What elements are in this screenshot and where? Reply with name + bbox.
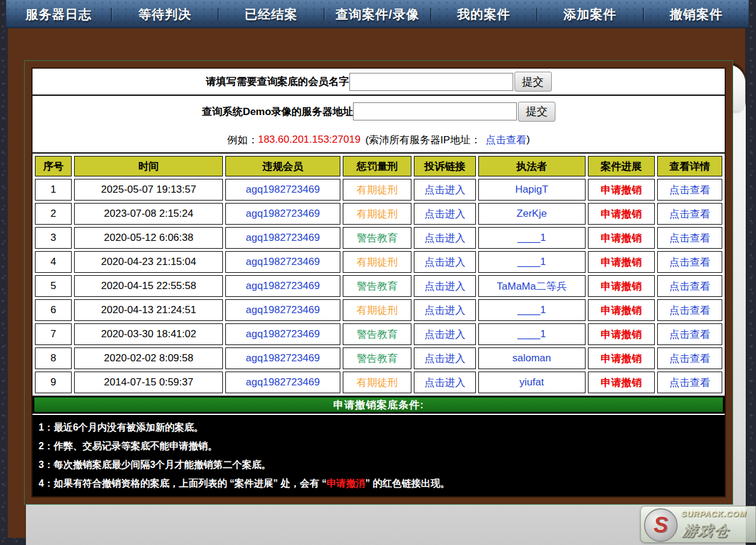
- enforcer-link[interactable]: HapigT: [515, 184, 548, 195]
- view-server-ips-link[interactable]: 点击查看: [486, 133, 526, 147]
- member-link[interactable]: agq1982723469: [246, 328, 320, 340]
- complaint-link[interactable]: 点击进入: [424, 377, 465, 388]
- enforcer-link[interactable]: ____1: [517, 328, 546, 340]
- demo-address-input[interactable]: [353, 102, 517, 120]
- enforcer-link[interactable]: saloman: [513, 352, 551, 364]
- nav-awaiting-judgement[interactable]: 等待判决: [112, 6, 217, 23]
- complaint-link[interactable]: 点击进入: [424, 329, 465, 340]
- member-name-submit-button[interactable]: 提交: [514, 72, 552, 92]
- enforcer-link[interactable]: yiufat: [519, 376, 544, 388]
- case-time: 2020-05-12 6:06:38: [74, 227, 223, 249]
- apply-revoke-link[interactable]: 申请撤销: [601, 281, 642, 292]
- member-link[interactable]: agq1982723469: [246, 184, 320, 195]
- condition-1: 1：最近6个月内没有被添加新的案底。: [39, 418, 719, 437]
- site-watermark: S SURPACK.COM 游戏仓: [637, 503, 756, 545]
- demo-query-section: 查询系统Demo录像的服务器地址 提交 例如： 183.60.201.153:2…: [33, 96, 725, 154]
- penalty-label: 有期徒刑: [357, 257, 398, 268]
- complaint-link[interactable]: 点击进入: [424, 208, 465, 220]
- table-row: 3 2020-05-12 6:06:38 agq1982723469 警告教育 …: [35, 227, 722, 249]
- view-detail-link[interactable]: 点击查看: [669, 377, 710, 388]
- case-records-table: 序号 时间 违规会员 惩罚量刑 投诉链接 执法者 案件进展 查看详情 1 202…: [33, 154, 725, 396]
- demo-address-label: 查询系统Demo录像的服务器地址: [202, 105, 353, 119]
- complaint-link[interactable]: 点击进入: [424, 232, 465, 244]
- view-detail-link[interactable]: 点击查看: [669, 281, 710, 292]
- case-time: 2020-03-30 18:41:02: [74, 323, 223, 345]
- nav-add-case[interactable]: 添加案件: [537, 6, 642, 23]
- case-time: 2020-04-15 22:55:58: [74, 275, 223, 297]
- member-name-query-row: 请填写需要查询案底的会员名字 提交: [33, 69, 725, 96]
- watermark-site-text: SURPACK.COM: [681, 509, 746, 519]
- header-detail: 查看详情: [657, 156, 722, 176]
- member-link[interactable]: agq1982723469: [246, 304, 320, 316]
- revoke-conditions-list: 1：最近6个月内没有被添加新的案底。 2：作弊、交易记录等案底不能申请撤销。 3…: [33, 415, 725, 496]
- header-time: 时间: [74, 156, 223, 176]
- penalty-label: 有期徒刑: [357, 377, 398, 388]
- watermark-s-logo-icon: S: [644, 508, 678, 542]
- view-detail-link[interactable]: 点击查看: [669, 353, 710, 364]
- demo-address-submit-button[interactable]: 提交: [518, 102, 555, 122]
- nav-server-log[interactable]: 服务器日志: [6, 6, 111, 23]
- member-link[interactable]: agq1982723469: [246, 232, 320, 243]
- table-row: 2 2023-07-08 2:15:24 agq1982723469 有期徒刑 …: [35, 203, 722, 225]
- apply-revoke-link[interactable]: 申请撤销: [601, 377, 642, 388]
- apply-revoke-link[interactable]: 申请撤销: [601, 208, 642, 220]
- complaint-link[interactable]: 点击进入: [424, 184, 465, 196]
- case-index: 5: [35, 275, 72, 297]
- enforcer-link[interactable]: ____1: [517, 256, 546, 267]
- enforcer-link[interactable]: TaMaMa二等兵: [497, 281, 567, 292]
- member-name-label: 请填写需要查询案底的会员名字: [206, 75, 349, 89]
- view-detail-link[interactable]: 点击查看: [669, 232, 710, 244]
- view-detail-link[interactable]: 点击查看: [669, 208, 710, 220]
- penalty-label: 警告教育: [357, 353, 398, 364]
- case-index: 1: [35, 179, 72, 201]
- complaint-link[interactable]: 点击进入: [424, 257, 465, 268]
- table-row: 7 2020-03-30 18:41:02 agq1982723469 警告教育…: [35, 323, 722, 345]
- nav-my-cases[interactable]: 我的案件: [431, 6, 536, 23]
- apply-revoke-link[interactable]: 申请撤销: [601, 257, 642, 268]
- revoke-conditions-bar: 申请撤销案底条件:: [33, 396, 725, 414]
- case-index: 2: [35, 203, 72, 225]
- table-header-row: 序号 时间 违规会员 惩罚量刑 投诉链接 执法者 案件进展 查看详情: [35, 156, 722, 176]
- header-index: 序号: [35, 156, 72, 176]
- view-detail-link[interactable]: 点击查看: [669, 257, 710, 268]
- top-navbar: 服务器日志 等待判决 已经结案 查询案件/录像 我的案件 添加案件 撤销案件: [6, 0, 749, 28]
- condition-2: 2：作弊、交易记录等案底不能申请撤销。: [39, 437, 719, 455]
- case-time: 2020-04-13 21:24:51: [74, 299, 223, 321]
- complaint-link[interactable]: 点击进入: [424, 305, 465, 316]
- enforcer-link[interactable]: ZerKje: [517, 208, 547, 219]
- nav-closed-cases[interactable]: 已经结案: [219, 6, 323, 23]
- enforcer-link[interactable]: ____1: [517, 304, 546, 316]
- case-index: 4: [35, 251, 72, 273]
- penalty-label: 警告教育: [357, 281, 398, 292]
- view-detail-link[interactable]: 点击查看: [669, 305, 710, 316]
- member-link[interactable]: agq1982723469: [246, 256, 320, 267]
- member-link[interactable]: agq1982723469: [246, 352, 320, 364]
- apply-revoke-link[interactable]: 申请撤销: [601, 329, 642, 340]
- view-detail-link[interactable]: 点击查看: [669, 329, 710, 340]
- member-link[interactable]: agq1982723469: [246, 376, 320, 388]
- header-enforcer: 执法者: [478, 156, 586, 176]
- member-name-input[interactable]: [349, 73, 513, 91]
- enforcer-link[interactable]: ____1: [517, 232, 546, 243]
- complaint-link[interactable]: 点击进入: [424, 353, 465, 364]
- member-link[interactable]: agq1982723469: [246, 208, 320, 219]
- complaint-link[interactable]: 点击进入: [424, 281, 465, 292]
- apply-revoke-link[interactable]: 申请撤销: [601, 353, 642, 364]
- member-link[interactable]: agq1982723469: [246, 280, 320, 291]
- penalty-label: 有期徒刑: [357, 305, 398, 316]
- case-time: 2025-05-07 19:13:57: [74, 179, 223, 201]
- watermark-label-text: 游戏仓: [681, 521, 731, 540]
- nav-query-cases[interactable]: 查询案件/录像: [325, 6, 430, 23]
- apply-revoke-link[interactable]: 申请撤销: [601, 232, 642, 244]
- apply-revoke-link[interactable]: 申请撤销: [601, 305, 642, 316]
- example-note: (索沛所有服务器IP地址：: [365, 133, 481, 147]
- case-index: 9: [35, 372, 72, 393]
- case-index: 6: [35, 299, 72, 321]
- view-detail-link[interactable]: 点击查看: [669, 184, 710, 196]
- case-index: 3: [35, 227, 72, 249]
- apply-revoke-link[interactable]: 申请撤销: [601, 184, 642, 196]
- case-time: 2023-07-08 2:15:24: [74, 203, 223, 225]
- main-panel-inner: 请填写需要查询案底的会员名字 提交 查询系统Demo录像的服务器地址 提交 例如…: [31, 67, 726, 497]
- nav-revoke-case[interactable]: 撤销案件: [644, 6, 749, 23]
- table-row: 9 2014-07-15 0:59:37 agq1982723469 有期徒刑 …: [35, 372, 722, 393]
